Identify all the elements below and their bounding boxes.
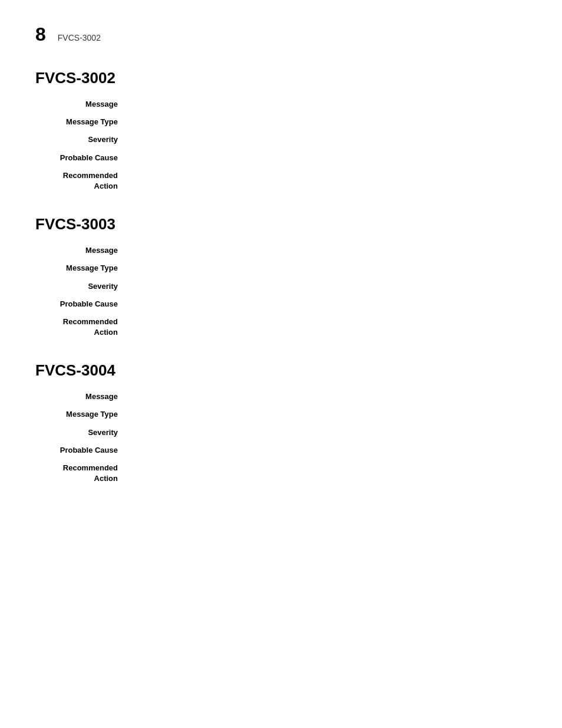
- field-row-fvcs-3004-3: Probable Cause: [35, 445, 527, 456]
- field-row-fvcs-3002-0: Message: [35, 99, 527, 110]
- field-row-fvcs-3003-4: RecommendedAction: [35, 317, 527, 338]
- field-label-fvcs-3002-0: Message: [35, 99, 130, 110]
- field-label-fvcs-3004-3: Probable Cause: [35, 445, 130, 456]
- field-row-fvcs-3003-0: Message: [35, 245, 527, 256]
- field-label-fvcs-3002-1: Message Type: [35, 117, 130, 127]
- field-label-fvcs-3002-3: Probable Cause: [35, 153, 130, 163]
- section-title-fvcs-3002: FVCS-3002: [35, 69, 527, 87]
- field-row-fvcs-3004-4: RecommendedAction: [35, 463, 527, 484]
- section-fvcs-3004: FVCS-3004MessageMessage TypeSeverityProb…: [35, 361, 527, 484]
- field-label-fvcs-3004-4: RecommendedAction: [35, 463, 130, 484]
- field-label-fvcs-3003-4: RecommendedAction: [35, 317, 130, 338]
- field-row-fvcs-3002-1: Message Type: [35, 117, 527, 127]
- field-row-fvcs-3004-1: Message Type: [35, 409, 527, 420]
- field-label-fvcs-3004-0: Message: [35, 391, 130, 402]
- field-label-fvcs-3003-2: Severity: [35, 281, 130, 292]
- field-label-fvcs-3002-4: RecommendedAction: [35, 170, 130, 192]
- page-header: 8 FVCS-3002: [35, 24, 527, 45]
- field-row-fvcs-3003-3: Probable Cause: [35, 299, 527, 309]
- field-row-fvcs-3002-4: RecommendedAction: [35, 170, 527, 192]
- section-title-fvcs-3003: FVCS-3003: [35, 215, 527, 233]
- section-fvcs-3002: FVCS-3002MessageMessage TypeSeverityProb…: [35, 69, 527, 192]
- field-row-fvcs-3003-2: Severity: [35, 281, 527, 292]
- field-row-fvcs-3002-3: Probable Cause: [35, 153, 527, 163]
- field-label-fvcs-3002-2: Severity: [35, 134, 130, 145]
- section-fvcs-3003: FVCS-3003MessageMessage TypeSeverityProb…: [35, 215, 527, 338]
- page-number: 8: [35, 24, 46, 45]
- field-row-fvcs-3004-0: Message: [35, 391, 527, 402]
- page-code: FVCS-3002: [58, 33, 101, 42]
- field-label-fvcs-3003-0: Message: [35, 245, 130, 256]
- field-label-fvcs-3003-1: Message Type: [35, 263, 130, 274]
- field-row-fvcs-3002-2: Severity: [35, 134, 527, 145]
- field-row-fvcs-3003-1: Message Type: [35, 263, 527, 274]
- field-label-fvcs-3004-2: Severity: [35, 427, 130, 438]
- field-row-fvcs-3004-2: Severity: [35, 427, 527, 438]
- field-label-fvcs-3004-1: Message Type: [35, 409, 130, 420]
- field-label-fvcs-3003-3: Probable Cause: [35, 299, 130, 309]
- section-title-fvcs-3004: FVCS-3004: [35, 361, 527, 380]
